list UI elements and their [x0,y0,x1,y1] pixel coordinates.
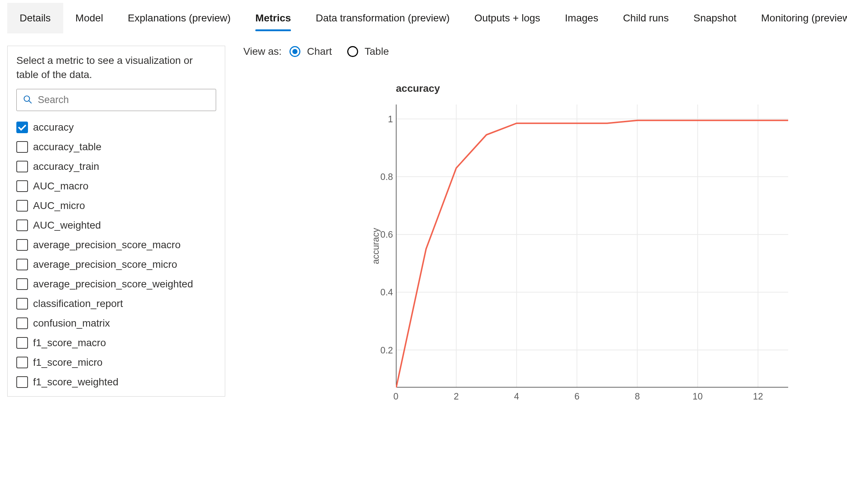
checkbox[interactable] [16,122,28,133]
metric-label: average_precision_score_micro [33,259,177,270]
tab-model[interactable]: Model [63,3,115,33]
checkbox[interactable] [16,259,28,270]
metric-search-input[interactable] [16,89,216,111]
checkbox[interactable] [16,278,28,290]
view-as-radio-table[interactable] [347,46,358,57]
metric-list[interactable]: accuracyaccuracy_tableaccuracy_trainAUC_… [15,118,218,396]
x-tick-label: 12 [753,391,763,402]
chart-area: accuracy accuracy 0.20.40.60.81024681012 [396,83,840,388]
x-tick-label: 2 [454,391,459,402]
metric-item-accuracy_train[interactable]: accuracy_train [15,157,218,176]
metric-panel: Select a metric to see a visualization o… [7,46,225,397]
y-tick-label: 1 [388,114,393,124]
metric-label: average_precision_score_weighted [33,278,193,290]
metric-search-wrap [16,89,216,111]
view-as-row: View as: ChartTable [243,46,840,57]
metric-item-average_precision_score_weighted[interactable]: average_precision_score_weighted [15,274,218,294]
metric-label: accuracy_table [33,141,101,153]
y-tick-label: 0.2 [380,345,393,355]
y-tick-label: 0.8 [380,171,393,182]
x-tick-label: 8 [635,391,640,402]
tab-details[interactable]: Details [7,3,63,33]
metric-label: AUC_micro [33,200,85,212]
view-as-label: View as: [243,46,281,57]
checkbox[interactable] [16,357,28,368]
metric-item-f1_score_micro[interactable]: f1_score_micro [15,353,218,372]
metric-item-accuracy_table[interactable]: accuracy_table [15,137,218,157]
checkbox[interactable] [16,337,28,349]
y-tick-label: 0.4 [380,287,393,298]
metric-label: accuracy [33,122,74,133]
y-axis-label: accuracy [370,228,381,264]
checkbox[interactable] [16,180,28,192]
checkbox[interactable] [16,220,28,231]
view-as-option-label: Chart [307,46,332,57]
metric-item-f1_score_macro[interactable]: f1_score_macro [15,333,218,353]
metric-label: f1_score_macro [33,337,106,349]
metric-item-average_precision_score_micro[interactable]: average_precision_score_micro [15,255,218,274]
tab-explanations-preview[interactable]: Explanations (preview) [115,3,243,33]
checkbox[interactable] [16,376,28,388]
sidebar-help-text: Select a metric to see a visualization o… [16,53,216,82]
tab-images[interactable]: Images [552,3,611,33]
x-tick-label: 6 [575,391,580,402]
y-tick-label: 0.6 [380,229,393,240]
metric-label: confusion_matrix [33,317,110,329]
metric-label: average_precision_score_macro [33,239,181,251]
metric-item-AUC_macro[interactable]: AUC_macro [15,176,218,196]
x-tick-label: 0 [393,391,398,402]
chart-panel: View as: ChartTable accuracy accuracy 0.… [243,46,840,397]
tabs-bar: DetailsModelExplanations (preview)Metric… [0,0,847,36]
search-icon [23,95,32,106]
view-as-radio-chart[interactable] [289,46,300,57]
metric-label: accuracy_train [33,161,99,172]
metric-label: AUC_macro [33,180,88,192]
checkbox[interactable] [16,317,28,329]
tab-data-transformation-preview[interactable]: Data transformation (preview) [303,3,462,33]
series-line [396,120,788,388]
metric-item-AUC_weighted[interactable]: AUC_weighted [15,216,218,235]
checkbox[interactable] [16,161,28,172]
tab-monitoring-preview[interactable]: Monitoring (preview) [749,3,847,33]
x-tick-label: 10 [693,391,703,402]
tab-child-runs[interactable]: Child runs [611,3,681,33]
metric-label: AUC_weighted [33,220,101,231]
metric-item-f1_score_weighted[interactable]: f1_score_weighted [15,372,218,392]
view-as-option-label: Table [365,46,389,57]
metric-item-confusion_matrix[interactable]: confusion_matrix [15,314,218,333]
metric-label: f1_score_weighted [33,376,118,388]
metric-item-AUC_micro[interactable]: AUC_micro [15,196,218,216]
tab-metrics[interactable]: Metrics [243,3,303,33]
tab-outputs-logs[interactable]: Outputs + logs [462,3,552,33]
metric-item-accuracy[interactable]: accuracy [15,118,218,137]
metric-item-average_precision_score_macro[interactable]: average_precision_score_macro [15,235,218,255]
chart-wrap: accuracy 0.20.40.60.81024681012 [396,105,788,388]
content: Select a metric to see a visualization o… [0,36,847,397]
tab-snapshot[interactable]: Snapshot [681,3,749,33]
checkbox[interactable] [16,298,28,310]
x-tick-label: 4 [514,391,519,402]
metric-item-classification_report[interactable]: classification_report [15,294,218,314]
svg-point-0 [24,96,29,101]
checkbox[interactable] [16,200,28,212]
metric-label: classification_report [33,298,123,310]
svg-line-1 [29,101,32,103]
checkbox[interactable] [16,141,28,153]
metric-label: f1_score_micro [33,357,102,368]
line-chart [396,105,788,388]
chart-title: accuracy [396,83,840,94]
checkbox[interactable] [16,239,28,251]
